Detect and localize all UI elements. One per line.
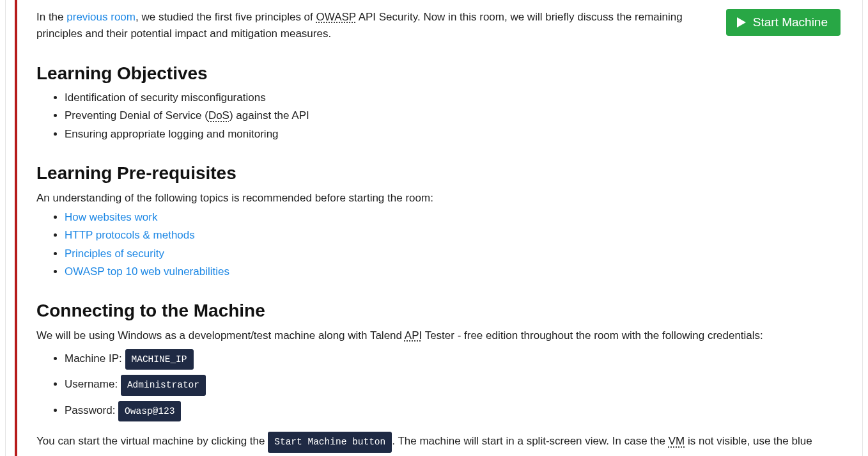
list-item: Ensuring appropriate logging and monitor… — [65, 126, 841, 143]
credentials-list: Machine IP: MACHINE_IP Username: Adminis… — [36, 349, 841, 421]
list-item: OWASP top 10 web vulnerabilities — [65, 263, 841, 280]
list-item: Principles of security — [65, 246, 841, 262]
start-machine-label: Start Machine — [753, 15, 828, 29]
intro-paragraph: In the previous room, we studied the fir… — [36, 9, 720, 43]
connecting-heading: Connecting to the Machine — [36, 297, 841, 324]
list-item: How websites work — [65, 209, 841, 226]
previous-room-link[interactable]: previous room — [66, 11, 136, 23]
owasp-abbr: OWASP — [316, 11, 356, 23]
machine-ip-label: Machine IP: — [65, 352, 125, 365]
http-protocols-link[interactable]: HTTP protocols & methods — [65, 229, 195, 241]
prereq-lead: An understanding of the following topics… — [36, 190, 841, 207]
learning-objectives-heading: Learning Objectives — [36, 59, 841, 87]
api-abbr: API — [405, 329, 422, 342]
connect-lead: We will be using Windows as a developmen… — [36, 327, 841, 344]
objectives-list: Identification of security misconfigurat… — [36, 90, 841, 143]
list-item: Preventing Denial of Service (DoS) again… — [65, 107, 841, 124]
play-icon — [736, 17, 747, 28]
start-machine-pill: Start Machine button — [268, 432, 392, 452]
prerequisites-heading: Learning Pre-requisites — [36, 159, 841, 187]
machine-ip-value: MACHINE_IP — [125, 349, 194, 370]
lesson-content: Start Machine In the previous room, we s… — [17, 0, 862, 456]
principles-security-link[interactable]: Principles of security — [65, 248, 164, 260]
username-value: Administrator — [121, 375, 206, 395]
dos-abbr: DoS — [208, 109, 229, 122]
start-machine-button[interactable]: Start Machine — [726, 9, 841, 36]
prereq-list: How websites work HTTP protocols & metho… — [36, 209, 841, 280]
list-item: Username: Administrator — [65, 375, 841, 395]
owasp-top10-link[interactable]: OWASP top 10 web vulnerabilities — [65, 265, 229, 278]
how-websites-work-link[interactable]: How websites work — [65, 211, 158, 223]
password-label: Password: — [65, 404, 118, 416]
list-item: HTTP protocols & methods — [65, 227, 841, 244]
vm-abbr: VM — [669, 435, 685, 447]
list-item: Password: Owasp@123 — [65, 401, 841, 421]
list-item: Machine IP: MACHINE_IP — [65, 349, 841, 370]
password-value: Owasp@123 — [118, 401, 181, 421]
list-item: Identification of security misconfigurat… — [65, 90, 841, 106]
final-paragraph: You can start the virtual machine by cli… — [36, 432, 841, 456]
username-label: Username: — [65, 378, 121, 390]
